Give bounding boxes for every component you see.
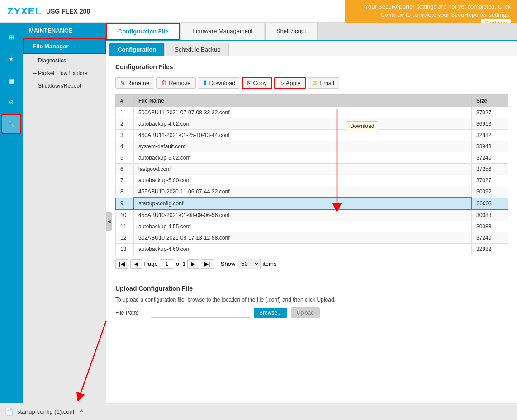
logo-text: ZYXEL — [7, 5, 42, 17]
monitor-icon: ▦ — [9, 77, 14, 84]
cell-num: 10 — [116, 209, 134, 221]
upload-description: To upload a configuration file, browse t… — [115, 297, 508, 303]
cell-num: 12 — [116, 232, 134, 244]
cell-size: 30092 — [472, 186, 508, 198]
table-row[interactable]: 13autobackup-4.60.conf32882 — [116, 244, 508, 255]
tab-configuration-file[interactable]: Configuration File — [106, 23, 180, 40]
cell-num: 11 — [116, 221, 134, 232]
wrench-icon: 🔧 — [8, 121, 15, 127]
tab-shell-script[interactable]: Shell Script — [265, 23, 318, 40]
rename-button[interactable]: ✎ Rename — [115, 77, 154, 89]
cell-filename: 502ABU10-2021-08-17-13-12-58.conf — [134, 232, 472, 244]
section-title: Configuration Files — [115, 63, 508, 71]
cell-filename: autobackup-4.55.conf — [134, 221, 472, 232]
collapse-nav-button[interactable]: ◀ — [106, 212, 112, 231]
cell-num: 13 — [116, 244, 134, 255]
cell-size: 37027 — [472, 107, 508, 118]
of-label: of 1 — [176, 260, 186, 267]
sidebar-icons: ⊞ ★ ▦ ⚙ 🔧 — [0, 23, 23, 420]
email-button[interactable]: ✉ Email — [308, 77, 339, 89]
nav-sub-shutdown[interactable]: Shutdown/Reboot — [23, 80, 106, 92]
copy-button[interactable]: ⎘ Copy — [242, 77, 272, 89]
items-label: items — [262, 260, 276, 267]
table-row[interactable]: 7autobackup-5.00.conf37027 — [116, 175, 508, 186]
cell-filename: 460ABU11-2021-01-25-10-13-44.conf — [134, 130, 472, 141]
rename-icon: ✎ — [120, 80, 125, 86]
table-row[interactable]: 10455ABU10-2021-01-08-09-06-56.conf30088 — [116, 209, 508, 221]
nav-sub-diagnostics[interactable]: Diagnostics — [23, 54, 106, 67]
cell-num: 2 — [116, 118, 134, 130]
table-row[interactable]: 9startup-config.conf36603 — [116, 198, 508, 209]
tab-firmware-management[interactable]: Firmware Management — [181, 23, 264, 40]
table-row[interactable]: 3460ABU11-2021-01-25-10-13-44.conf32882 — [116, 130, 508, 141]
table-row[interactable]: 12502ABU10-2021-08-17-13-12-58.conf37240 — [116, 232, 508, 244]
gear-icon: ⚙ — [9, 99, 14, 106]
nav-item-file-manager[interactable]: File Manager — [23, 38, 106, 54]
table-body: 1500ABU11-2021-07-07-08-33-32.conf370272… — [116, 107, 508, 255]
cell-size: 30088 — [472, 221, 508, 232]
items-per-page-select[interactable]: 50 100 — [237, 259, 261, 269]
cell-filename: 455ABU10-2021-01-08-09-06-56.conf — [134, 209, 472, 221]
upload-row: File Path: Browse... Upload — [115, 307, 508, 318]
chevron-up-button[interactable]: ^ — [80, 408, 83, 415]
cell-filename: startup-config.conf — [134, 198, 472, 209]
cell-size: 32882 — [472, 130, 508, 141]
copy-icon: ⎘ — [247, 80, 251, 86]
sidebar-icon-settings[interactable]: ⚙ — [1, 92, 21, 112]
cell-filename: 455ABU10-2020-11-06-07-44-32.conf — [134, 186, 472, 198]
prev-page-button[interactable]: ◀ — [130, 259, 142, 269]
sidebar-icon-monitor[interactable]: ▦ — [1, 71, 21, 90]
cell-filename: lastgood.conf — [134, 164, 472, 175]
browse-button[interactable]: Browse... — [254, 308, 287, 318]
table-row[interactable]: 11autobackup-4.55.conf30088 — [116, 221, 508, 232]
page-input[interactable] — [160, 259, 174, 269]
nav-sub-packet-flow[interactable]: Packet Flow Explore — [23, 67, 106, 80]
file-icon: 📄 — [5, 407, 14, 416]
file-path-label: File Path: — [115, 310, 147, 316]
upload-button[interactable]: Upload — [291, 307, 320, 318]
table-row[interactable]: 6lastgood.conf37256 — [116, 164, 508, 175]
subtab-configuration[interactable]: Configuration — [109, 43, 165, 56]
download-button[interactable]: ⬇ Download — [198, 77, 241, 89]
content-area: Configuration File Firmware Management S… — [106, 23, 517, 420]
cell-filename: 500ABU11-2021-07-07-08-33-32.conf — [134, 107, 472, 118]
maintenance-header: MAINTENANCE — [23, 23, 106, 38]
apply-button[interactable]: ▷ Apply — [274, 77, 306, 89]
next-page-button[interactable]: ▶ — [187, 259, 199, 269]
dashboard-icon: ⊞ — [9, 34, 14, 41]
cell-num: 3 — [116, 130, 134, 141]
sidebar-icon-favorites[interactable]: ★ — [1, 49, 21, 69]
cell-num: 7 — [116, 175, 134, 186]
sidebar-icon-maintenance[interactable]: 🔧 — [1, 114, 21, 134]
cell-size: 36913 — [472, 118, 508, 130]
col-num: # — [116, 95, 134, 107]
table-row[interactable]: 2autobackup-4.62.conf36913 — [116, 118, 508, 130]
first-page-button[interactable]: |◀ — [115, 259, 128, 269]
sub-tabs: Configuration Schedule Backup — [106, 41, 517, 56]
cell-filename: autobackup-5.00.conf — [134, 175, 472, 186]
banner-text: Your SecuReporter settings are not yet c… — [365, 3, 511, 18]
file-path-input[interactable] — [151, 308, 250, 318]
last-page-button[interactable]: ▶| — [201, 259, 214, 269]
upload-section: Upload Configuration File To upload a co… — [115, 278, 508, 318]
email-icon: ✉ — [313, 80, 318, 86]
show-label: Show — [221, 260, 236, 267]
subtab-schedule-backup[interactable]: Schedule Backup — [166, 43, 229, 56]
apply-icon: ▷ — [280, 80, 284, 86]
cell-num: 9 — [116, 198, 134, 209]
table-row[interactable]: 4system-default.conf33943 — [116, 141, 508, 152]
cell-num: 5 — [116, 152, 134, 164]
cell-size: 37027 — [472, 175, 508, 186]
remove-button[interactable]: 🗑 Remove — [156, 77, 195, 89]
table-row[interactable]: 5autobackup-5.02.conf37240 — [116, 152, 508, 164]
cell-size: 30088 — [472, 209, 508, 221]
upload-section-title: Upload Configuration File — [115, 285, 508, 292]
cell-num: 6 — [116, 164, 134, 175]
table-row[interactable]: 8455ABU10-2020-11-06-07-44-32.conf30092 — [116, 186, 508, 198]
cell-filename: system-default.conf — [134, 141, 472, 152]
sidebar-icon-dashboard[interactable]: ⊞ — [1, 27, 21, 47]
download-icon: ⬇ — [203, 80, 208, 86]
cell-size: 37240 — [472, 152, 508, 164]
left-nav: MAINTENANCE File Manager Diagnostics Pac… — [23, 23, 106, 420]
table-row[interactable]: 1500ABU11-2021-07-07-08-33-32.conf37027 — [116, 107, 508, 118]
